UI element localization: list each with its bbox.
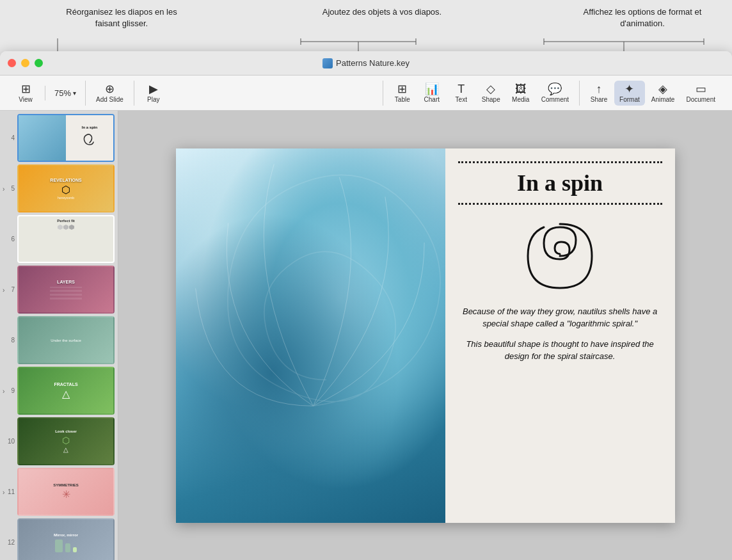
keynote-icon xyxy=(322,58,333,68)
slide-right-content: In a spin Because of the way they grow, … xyxy=(445,148,675,523)
chevron-9: › xyxy=(3,387,4,394)
slide-image xyxy=(176,148,450,523)
chart-button[interactable]: 📊 Chart xyxy=(418,81,446,106)
table-icon: ⊞ xyxy=(397,83,407,95)
share-button[interactable]: ↑ Share xyxy=(585,81,613,106)
comment-icon: 💬 xyxy=(548,83,562,95)
slide-number-6: 6 xyxy=(3,236,15,243)
chart-icon: 📊 xyxy=(425,83,439,95)
slide-item-4[interactable]: 4 In a spin xyxy=(3,114,115,162)
table-button[interactable]: ⊞ Table xyxy=(388,81,417,106)
zoom-button[interactable]: 75% ▾ xyxy=(51,86,80,100)
slide-number-11: 11 xyxy=(3,488,15,495)
add-slide-icon: ⊕ xyxy=(105,83,115,95)
shape-icon: ◇ xyxy=(486,83,495,95)
dotted-line-bottom xyxy=(458,203,662,205)
animate-button[interactable]: ◈ Animate xyxy=(646,81,680,106)
canvas-area[interactable]: In a spin Because of the way they grow, … xyxy=(118,111,732,560)
chevron-5: › xyxy=(3,185,4,192)
slide-thumb-7[interactable]: LAYERS xyxy=(17,266,115,314)
slide-thumb-5[interactable]: REVELATIONS ⬡ honeycomb xyxy=(17,164,115,212)
share-icon: ↑ xyxy=(596,83,602,95)
chevron-7: › xyxy=(3,286,4,293)
toolbar-group-insert: ⊞ Table 📊 Chart T Text ◇ Shape 🖼 Media 💬 xyxy=(383,81,579,106)
slide-item-6[interactable]: 6 Perfect fit xyxy=(3,215,115,263)
dotted-line-top xyxy=(458,161,662,163)
annotation-1: Réorganisez les diapos en les faisant gl… xyxy=(58,6,186,29)
document-button[interactable]: ▭ Document xyxy=(681,81,720,106)
window-title: Patterns Nature.key xyxy=(322,58,410,68)
media-icon: 🖼 xyxy=(515,83,527,95)
chevron-down-icon: ▾ xyxy=(73,90,76,97)
comment-button[interactable]: 💬 Comment xyxy=(536,81,574,106)
slide-item-11[interactable]: 11 SYMMETRIES ✳ › xyxy=(3,468,115,516)
toolbar-group-right: ↑ Share ✦ Format ◈ Animate ▭ Document xyxy=(579,81,726,106)
play-icon: ▶ xyxy=(149,83,158,95)
play-button[interactable]: ▶ Play xyxy=(139,81,168,106)
slide-number-7: 7 xyxy=(3,286,15,293)
slide-thumb-4[interactable]: In a spin xyxy=(17,114,115,162)
text-button[interactable]: T Text xyxy=(447,81,475,106)
maximize-button[interactable] xyxy=(35,59,43,67)
slide-title: In a spin xyxy=(517,170,603,196)
spiral-illustration xyxy=(521,218,598,294)
annotation-2: Ajoutez des objets à vos diapos. xyxy=(322,6,442,18)
toolbar-group-add-slide: ⊕ Add Slide xyxy=(85,81,134,106)
slide-body-text-2: This beautiful shape is thought to have … xyxy=(458,338,662,363)
slide-number-5: 5 xyxy=(3,185,15,192)
toolbar: ⊞ View 75% ▾ ⊕ Add Slide ▶ Play xyxy=(0,76,732,111)
slide-thumb-12[interactable]: Mirror, mirror xyxy=(17,518,115,560)
slide-thumb-8[interactable]: Under the surface xyxy=(17,316,115,364)
slide-thumb-6[interactable]: Perfect fit xyxy=(17,215,115,263)
animate-icon: ◈ xyxy=(658,83,667,95)
view-icon: ⊞ xyxy=(21,83,31,95)
slide-item-10[interactable]: 10 Look closer ⬡ △ xyxy=(3,417,115,465)
slide-number-9: 9 xyxy=(3,387,15,394)
slide-thumb-9[interactable]: FRACTALS △ xyxy=(17,367,115,415)
slide-item-5[interactable]: 5 REVELATIONS ⬡ honeycomb › xyxy=(3,164,115,212)
format-button[interactable]: ✦ Format xyxy=(614,81,645,106)
add-slide-button[interactable]: ⊕ Add Slide xyxy=(91,81,129,106)
slide-item-8[interactable]: 8 Under the surface xyxy=(3,316,115,364)
slide-canvas: In a spin Because of the way they grow, … xyxy=(176,148,675,523)
format-icon: ✦ xyxy=(625,83,634,95)
slide-panel[interactable]: 4 In a spin xyxy=(0,111,118,560)
main-content: 4 In a spin xyxy=(0,111,732,560)
toolbar-group-view: ⊞ View xyxy=(6,81,45,106)
shell-texture xyxy=(176,148,450,523)
toolbar-group-play: ▶ Play xyxy=(134,81,173,106)
slide-number-12: 12 xyxy=(3,539,15,546)
view-button[interactable]: ⊞ View xyxy=(12,81,40,106)
app-window: Patterns Nature.key ⊞ View 75% ▾ ⊕ Add S… xyxy=(0,51,732,560)
slide-number-8: 8 xyxy=(3,337,15,344)
toolbar-group-zoom: 75% ▾ xyxy=(45,86,85,100)
slide-thumb-11[interactable]: SYMMETRIES ✳ xyxy=(17,468,115,516)
slide-number-10: 10 xyxy=(3,438,15,445)
document-icon: ▭ xyxy=(696,83,706,95)
slide-item-7[interactable]: 7 LAYERS › xyxy=(3,266,115,314)
title-bar: Patterns Nature.key xyxy=(0,51,732,76)
close-button[interactable] xyxy=(8,59,16,67)
shape-button[interactable]: ◇ Shape xyxy=(477,81,505,106)
slide-item-12[interactable]: 12 Mirror, mirror xyxy=(3,518,115,560)
chevron-11: › xyxy=(3,488,4,495)
slide-thumb-10[interactable]: Look closer ⬡ △ xyxy=(17,417,115,465)
slide-item-9[interactable]: 9 FRACTALS △ › xyxy=(3,367,115,415)
annotation-3: Affichez les options de format et d'anim… xyxy=(578,6,706,29)
media-button[interactable]: 🖼 Media xyxy=(507,81,535,106)
slide-body-text-1: Because of the way they grow, nautilus s… xyxy=(458,305,662,330)
window-controls xyxy=(8,59,43,67)
text-icon: T xyxy=(458,83,465,95)
slide-number-4: 4 xyxy=(3,134,15,141)
minimize-button[interactable] xyxy=(21,59,29,67)
